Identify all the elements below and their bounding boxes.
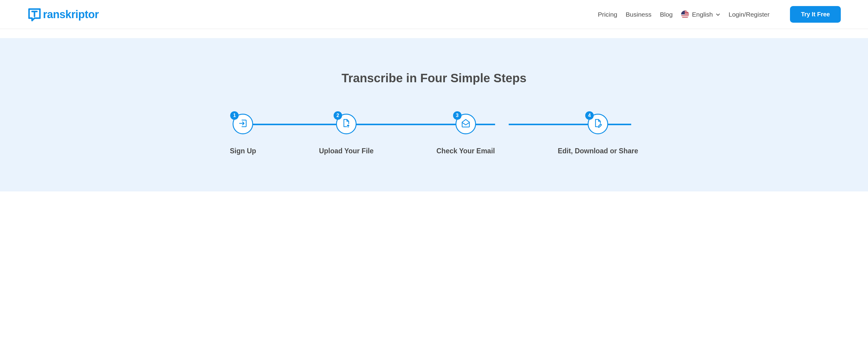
logo-icon (27, 7, 42, 22)
step-email: 3 Check Your Email (436, 114, 495, 155)
us-flag-icon (681, 10, 689, 19)
nav-login-register[interactable]: Login/Register (728, 11, 769, 18)
nav-business[interactable]: Business (626, 11, 651, 18)
step-icon-wrapper: 2 (336, 114, 356, 134)
try-free-button[interactable]: Try It Free (790, 6, 841, 23)
nav-blog[interactable]: Blog (660, 11, 673, 18)
step-label: Sign Up (230, 147, 256, 155)
edit-icon (593, 118, 603, 130)
step-label: Check Your Email (436, 147, 495, 155)
step-upload: 2 Upload Your File (319, 114, 374, 155)
step-icon-wrapper: 3 (456, 114, 476, 134)
logo-text: ranskriptor (43, 8, 99, 21)
hero-title: Transcribe in Four Simple Steps (27, 71, 841, 85)
language-label: English (692, 11, 713, 18)
signup-icon (238, 118, 248, 130)
header: ranskriptor Pricing Business Blog Englis… (0, 0, 868, 29)
chevron-down-icon (716, 12, 720, 17)
nav-pricing[interactable]: Pricing (598, 11, 617, 18)
hero-section: Transcribe in Four Simple Steps 1 Sign U… (0, 38, 868, 191)
language-selector[interactable]: English (681, 10, 720, 19)
step-number: 4 (585, 111, 594, 120)
main-nav: Pricing Business Blog English Login/Regi… (598, 6, 841, 23)
steps-container: 1 Sign Up 2 (230, 114, 638, 155)
step-icon-wrapper: 4 (588, 114, 608, 134)
upload-icon (341, 118, 351, 130)
step-icon-wrapper: 1 (232, 114, 253, 134)
step-label: Edit, Download or Share (558, 147, 638, 155)
email-icon (461, 118, 471, 130)
step-edit: 4 Edit, Download or Share (558, 114, 638, 155)
step-signup: 1 Sign Up (230, 114, 256, 155)
step-number: 3 (453, 111, 462, 120)
step-label: Upload Your File (319, 147, 374, 155)
step-number: 2 (334, 111, 342, 120)
logo[interactable]: ranskriptor (27, 7, 99, 22)
